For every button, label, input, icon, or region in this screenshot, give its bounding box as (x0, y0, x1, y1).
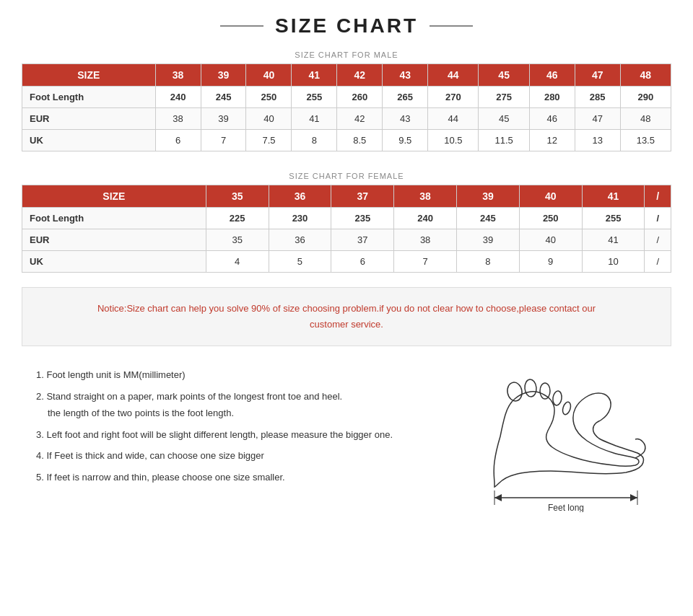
table-row: EUR35363738394041/ (22, 229, 671, 251)
table-cell: 265 (383, 87, 428, 108)
table-cell: 48 (620, 108, 671, 130)
table-cell: 11.5 (479, 130, 529, 151)
table-row: UK677.588.59.510.511.5121313.5 (22, 130, 671, 151)
table-row: Foot Length225230235240245250255/ (22, 208, 671, 229)
table-row: EUR3839404142434445464748 (22, 108, 671, 130)
page-wrapper: SIZE CHART SIZE CHART FOR MALE SIZE38394… (0, 0, 693, 616)
list-item: 3. Left foot and right foot will be slig… (36, 428, 462, 442)
female-header-cell: 41 (582, 185, 645, 208)
table-cell: / (645, 229, 671, 251)
table-cell: 290 (620, 87, 671, 108)
foot-diagram: Feet long (462, 368, 664, 519)
row-label: EUR (22, 108, 156, 130)
instructions-text: 1. Foot length unit is MM(millimeter)2. … (36, 368, 462, 519)
notice-box: Notice:Size chart can help you solve 90%… (22, 287, 671, 346)
female-tbody: Foot Length225230235240245250255/EUR3536… (22, 208, 671, 273)
table-cell: 41 (292, 108, 337, 130)
male-header-cell: 46 (529, 64, 575, 87)
table-cell: 38 (394, 229, 457, 251)
instructions-list: 1. Foot length unit is MM(millimeter)2. … (36, 368, 462, 484)
table-cell: 42 (337, 108, 383, 130)
notice-text-line1: Notice:Size chart can help you solve 90%… (97, 303, 596, 314)
instructions-section: 1. Foot length unit is MM(millimeter)2. … (22, 361, 671, 527)
svg-point-1 (524, 379, 537, 397)
row-label: UK (22, 130, 156, 151)
table-cell: 5 (269, 251, 331, 273)
table-cell: 9 (519, 251, 582, 273)
male-header-cell: 44 (428, 64, 479, 87)
table-cell: 280 (529, 87, 575, 108)
table-cell: 45 (479, 108, 529, 130)
male-header-cell: 39 (201, 64, 246, 87)
male-header-row: SIZE3839404142434445464748 (22, 64, 671, 87)
svg-point-4 (561, 401, 572, 415)
table-cell: 37 (331, 229, 394, 251)
female-header-cell: 35 (206, 185, 269, 208)
table-cell: 240 (155, 87, 201, 108)
table-cell: 260 (337, 87, 383, 108)
table-cell: 44 (428, 108, 479, 130)
table-cell: 40 (519, 229, 582, 251)
table-cell: 255 (292, 87, 337, 108)
table-divider (22, 166, 671, 172)
table-row: UK45678910/ (22, 251, 671, 273)
table-cell: 13.5 (620, 130, 671, 151)
list-item: 1. Foot length unit is MM(millimeter) (36, 368, 462, 382)
table-cell: 225 (206, 208, 269, 229)
svg-point-2 (540, 383, 550, 399)
male-header-cell: 40 (246, 64, 292, 87)
svg-marker-7 (630, 494, 637, 501)
table-cell: / (645, 251, 671, 273)
svg-point-3 (552, 390, 563, 405)
row-label: UK (22, 251, 206, 273)
notice-text-line2: customer service. (310, 319, 383, 330)
table-cell: 8 (292, 130, 337, 151)
row-label: Foot Length (22, 208, 206, 229)
table-cell: 6 (331, 251, 394, 273)
foot-svg-container: Feet long (473, 368, 653, 512)
male-size-table: SIZE3839404142434445464748 Foot Length24… (22, 63, 671, 151)
female-header-cell: SIZE (22, 185, 206, 208)
table-cell: 6 (155, 130, 201, 151)
table-cell: 39 (457, 229, 520, 251)
title-line-right (430, 25, 473, 27)
table-cell: 245 (201, 87, 246, 108)
table-cell: 250 (519, 208, 582, 229)
table-cell: 38 (155, 108, 201, 130)
female-size-table: SIZE35363738394041/ Foot Length225230235… (22, 185, 671, 273)
title-section: SIZE CHART (22, 14, 671, 38)
male-tbody: Foot Length24024525025526026527027528028… (22, 87, 671, 151)
female-header-cell: 38 (394, 185, 457, 208)
table-cell: 36 (269, 229, 331, 251)
table-cell: 10 (582, 251, 645, 273)
row-label: Foot Length (22, 87, 156, 108)
table-cell: 235 (331, 208, 394, 229)
table-cell: 270 (428, 87, 479, 108)
svg-marker-6 (494, 494, 502, 501)
table-cell: 7 (394, 251, 457, 273)
male-subtitle: SIZE CHART FOR MALE (22, 50, 671, 59)
table-cell: 230 (269, 208, 331, 229)
male-header-cell: SIZE (22, 64, 156, 87)
male-header-cell: 48 (620, 64, 671, 87)
table-cell: 12 (529, 130, 575, 151)
page-title: SIZE CHART (275, 14, 418, 38)
male-header-cell: 47 (575, 64, 620, 87)
female-header-cell: / (645, 185, 671, 208)
table-cell: 41 (582, 229, 645, 251)
female-header-cell: 36 (269, 185, 331, 208)
table-cell: 43 (383, 108, 428, 130)
table-cell: 7 (201, 130, 246, 151)
table-cell: 8.5 (337, 130, 383, 151)
foot-illustration: Feet long (473, 368, 653, 512)
table-cell: 240 (394, 208, 457, 229)
female-header-row: SIZE35363738394041/ (22, 185, 671, 208)
table-cell: 275 (479, 87, 529, 108)
table-cell: 47 (575, 108, 620, 130)
female-header-cell: 40 (519, 185, 582, 208)
table-cell: 39 (201, 108, 246, 130)
list-item: 5. If feet is narrow and thin, please ch… (36, 470, 462, 485)
female-subtitle: SIZE CHART FOR FEMALE (22, 172, 671, 180)
female-header-cell: 39 (457, 185, 520, 208)
list-item: 4. If Feet is thick and wide, can choose… (36, 449, 462, 463)
